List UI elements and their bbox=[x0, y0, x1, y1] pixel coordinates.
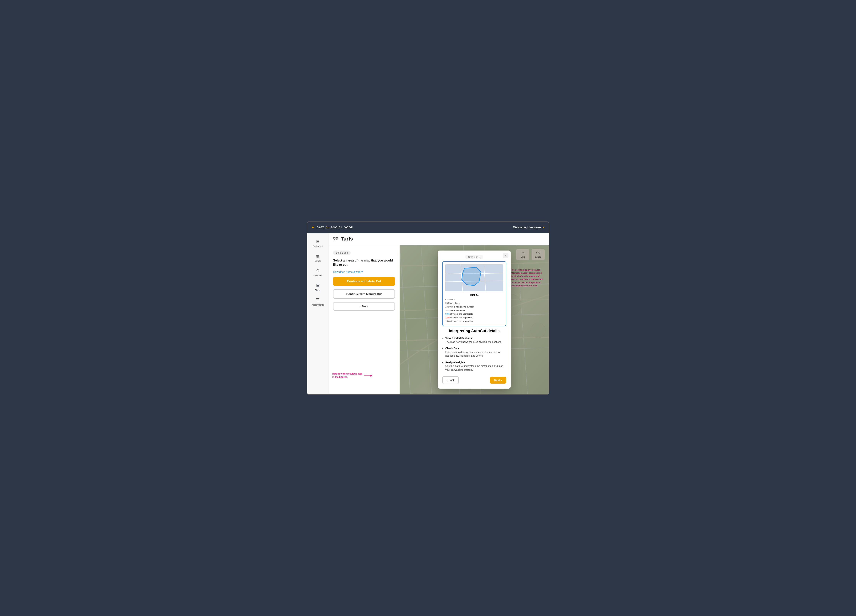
list-body-2: Use this data to understand the distribu… bbox=[445, 365, 503, 371]
back-annotation-line bbox=[364, 376, 372, 376]
header: ✦ DATA for SOCIAL GOOD Welcome, Username… bbox=[307, 222, 549, 233]
continue-manual-button[interactable]: Continue with Manual Cut bbox=[333, 289, 395, 299]
turf-stat-households: 250 households bbox=[445, 301, 503, 305]
turf-stats: 630 voters 250 households 189 voters wit… bbox=[445, 298, 503, 323]
autocut-link[interactable]: How does Autocut work? bbox=[333, 270, 395, 273]
turf-stat-phone: 189 voters with phone number bbox=[445, 305, 503, 309]
turf-stat-rep: 22% of voters are Republican bbox=[445, 316, 503, 319]
logo-text: DATA for SOCIAL GOOD bbox=[317, 226, 353, 229]
list-heading-1: Check Data bbox=[445, 347, 459, 350]
modal-next-label: Next bbox=[494, 379, 500, 382]
logo-icon: ✦ bbox=[311, 225, 315, 230]
list-body-1: Each section displays data such as the n… bbox=[445, 351, 500, 357]
turf-card: Turf #1 630 voters 250 households 189 vo… bbox=[442, 261, 506, 326]
modal-close-button[interactable]: ✕ bbox=[503, 253, 508, 258]
user-label: Welcome, Username bbox=[513, 226, 541, 229]
annotation-arrow bbox=[371, 375, 372, 377]
modal-overlay: ✕ Step 2 of 2 bbox=[400, 245, 549, 394]
list-heading-0: View Divided Sections bbox=[445, 337, 472, 339]
content-area: 🗺 Turfs Step 2 of 3 Select an area of th… bbox=[328, 233, 549, 394]
turfs-icon: ⊟ bbox=[316, 283, 320, 288]
modal-back-label: Back bbox=[449, 379, 454, 382]
svg-marker-17 bbox=[462, 267, 481, 286]
modal-back-button[interactable]: ‹ Back bbox=[442, 376, 459, 384]
step-badge: Step 2 of 3 bbox=[333, 251, 351, 255]
modal-next-button[interactable]: Next › bbox=[490, 377, 506, 383]
sidebar-label-assignments: Assignments bbox=[312, 304, 324, 306]
back-annotation-text: Return to the previous step in the tutor… bbox=[332, 372, 363, 379]
back-annotation: Return to the previous step in the tutor… bbox=[332, 372, 363, 379]
sidebar: ⊞ Dashboard ▦ Scripts ⊙ Universes ⊟ Turf… bbox=[307, 233, 328, 394]
turf-stat-voters: 630 voters bbox=[445, 298, 503, 302]
modal-step-badge: Step 2 of 2 bbox=[442, 255, 506, 259]
page-header-icon: 🗺 bbox=[333, 236, 338, 242]
modal-body-title: Interpreting AutoCut details bbox=[442, 329, 506, 333]
dashboard-icon: ⊞ bbox=[316, 239, 320, 244]
sidebar-item-universes[interactable]: ⊙ Universes bbox=[309, 266, 326, 279]
page-title: Turfs bbox=[341, 236, 353, 242]
instruction-text: Select an area of the map that you would… bbox=[333, 259, 395, 267]
content-inner: Step 2 of 3 Select an area of the map th… bbox=[328, 245, 549, 394]
header-logo: ✦ DATA for SOCIAL GOOD bbox=[311, 225, 353, 230]
assignments-icon: ☰ bbox=[316, 297, 320, 302]
tutorial-modal: ✕ Step 2 of 2 bbox=[438, 251, 511, 389]
back-chevron-icon: ‹ bbox=[360, 305, 361, 308]
modal-back-chevron-icon: ‹ bbox=[446, 379, 448, 382]
turf-map-svg bbox=[445, 264, 503, 291]
turf-map-inner bbox=[445, 264, 503, 291]
page-header: 🗺 Turfs bbox=[328, 233, 549, 245]
left-panel: Step 2 of 3 Select an area of the map th… bbox=[328, 245, 400, 394]
turf-map-preview bbox=[445, 264, 503, 291]
modal-next-chevron-icon: › bbox=[501, 379, 502, 382]
turf-title: Turf #1 bbox=[445, 293, 503, 296]
list-item-0: View Divided Sections The map now shows … bbox=[442, 336, 506, 344]
modal-step-label: Step 2 of 2 bbox=[465, 255, 483, 259]
list-heading-2: Analyze Insights bbox=[445, 361, 465, 364]
continue-autocut-button[interactable]: Continue with Auto Cut bbox=[333, 277, 395, 286]
sidebar-label-scripts: Scripts bbox=[315, 260, 321, 262]
scripts-icon: ▦ bbox=[316, 254, 320, 259]
sidebar-label-dashboard: Dashboard bbox=[313, 245, 323, 248]
main-layout: ⊞ Dashboard ▦ Scripts ⊙ Universes ⊟ Turf… bbox=[307, 233, 549, 394]
turf-stat-email: 140 voters with email bbox=[445, 309, 503, 312]
turf-stat-non: 15% of voters are Nonpartisan bbox=[445, 319, 503, 323]
modal-list: View Divided Sections The map now shows … bbox=[442, 336, 506, 372]
header-user[interactable]: Welcome, Username ▼ bbox=[513, 226, 545, 229]
list-item-1: Check Data Each section displays data su… bbox=[442, 346, 506, 358]
back-button-label: Back bbox=[362, 305, 368, 308]
universes-icon: ⊙ bbox=[316, 268, 320, 273]
sidebar-item-turfs[interactable]: ⊟ Turfs bbox=[309, 280, 326, 294]
back-button[interactable]: ‹ Back bbox=[333, 302, 395, 311]
modal-footer: ‹ Back Next › bbox=[442, 376, 506, 384]
sidebar-label-universes: Universes bbox=[313, 274, 322, 277]
sidebar-item-assignments[interactable]: ☰ Assignments bbox=[309, 295, 326, 308]
user-chevron-icon: ▼ bbox=[543, 226, 545, 229]
map-area: ✏ Edit ⌫ Erase This section displays det… bbox=[400, 245, 549, 394]
list-body-0: The map now shows the area divided into … bbox=[445, 340, 502, 343]
list-item-2: Analyze Insights Use this data to unders… bbox=[442, 360, 506, 372]
sidebar-label-turfs: Turfs bbox=[315, 289, 320, 291]
sidebar-item-dashboard[interactable]: ⊞ Dashboard bbox=[309, 237, 326, 250]
sidebar-item-scripts[interactable]: ▦ Scripts bbox=[309, 251, 326, 264]
app-frame: ✦ DATA for SOCIAL GOOD Welcome, Username… bbox=[307, 222, 549, 395]
turf-stat-dem: 63% of voters are Democratic bbox=[445, 312, 503, 316]
close-icon: ✕ bbox=[505, 254, 507, 257]
